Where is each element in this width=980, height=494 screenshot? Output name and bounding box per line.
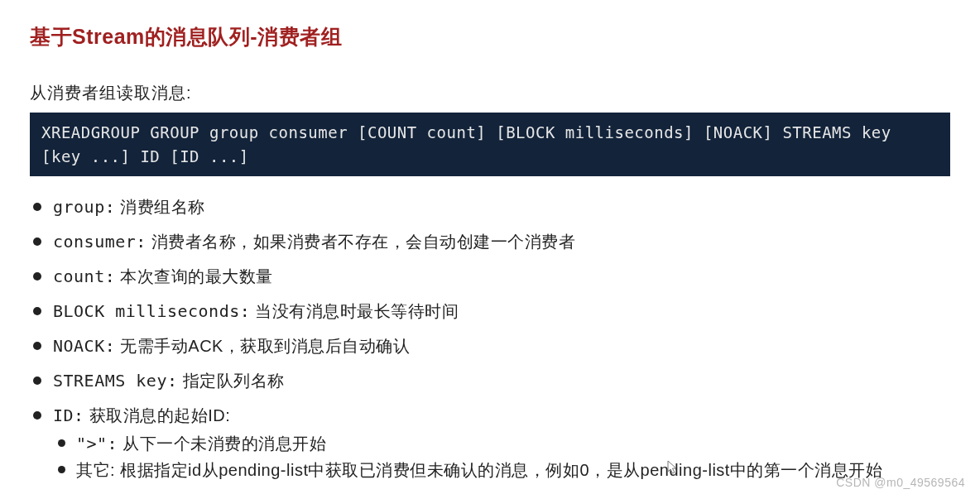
desc: 当没有消息时最长等待时间: [250, 302, 459, 320]
list-item: ">": 从下一个未消费的消息开始: [53, 431, 950, 456]
desc: 本次查询的最大数量: [115, 267, 273, 285]
term: group:: [53, 197, 115, 217]
term: count:: [53, 266, 115, 286]
term: ID:: [53, 405, 84, 425]
term: STREAMS key:: [53, 371, 178, 391]
term: ">":: [76, 434, 118, 453]
list-item: consumer: 消费者名称，如果消费者不存在，会自动创建一个消费者: [30, 229, 950, 254]
term: BLOCK milliseconds:: [53, 301, 250, 321]
list-item: ID: 获取消息的起始ID: ">": 从下一个未消费的消息开始 其它: 根据指…: [30, 403, 950, 482]
list-item: NOACK: 无需手动ACK，获取到消息后自动确认: [30, 333, 950, 358]
section-subtitle: 从消费者组读取消息:: [30, 82, 950, 104]
list-item: 其它: 根据指定id从pending-list中获取已消费但未确认的消息，例如0…: [53, 458, 950, 482]
sub-list: ">": 从下一个未消费的消息开始 其它: 根据指定id从pending-lis…: [53, 431, 950, 482]
desc: 指定队列名称: [178, 372, 285, 390]
desc: 无需手动ACK，获取到消息后自动确认: [115, 337, 410, 355]
term: NOACK:: [53, 336, 115, 356]
list-item: count: 本次查询的最大数量: [30, 264, 950, 289]
desc: 从下一个未消费的消息开始: [118, 434, 326, 453]
watermark: CSDN @m0_49569564: [836, 476, 965, 489]
list-item: BLOCK milliseconds: 当没有消息时最长等待时间: [30, 299, 950, 324]
desc: 消费组名称: [115, 198, 205, 216]
desc: 消费者名称，如果消费者不存在，会自动创建一个消费者: [147, 233, 576, 251]
list-item: STREAMS key: 指定队列名称: [30, 368, 950, 393]
term: 其它:: [76, 461, 115, 479]
term: consumer:: [53, 232, 147, 252]
page-title: 基于Stream的消息队列-消费者组: [30, 23, 950, 50]
code-block: XREADGROUP GROUP group consumer [COUNT c…: [30, 113, 950, 176]
desc: 根据指定id从pending-list中获取已消费但未确认的消息，例如0，是从p…: [115, 461, 882, 479]
list-item: group: 消费组名称: [30, 194, 950, 219]
bullet-list: group: 消费组名称 consumer: 消费者名称，如果消费者不存在，会自…: [30, 194, 950, 482]
desc: 获取消息的起始ID:: [84, 406, 231, 424]
